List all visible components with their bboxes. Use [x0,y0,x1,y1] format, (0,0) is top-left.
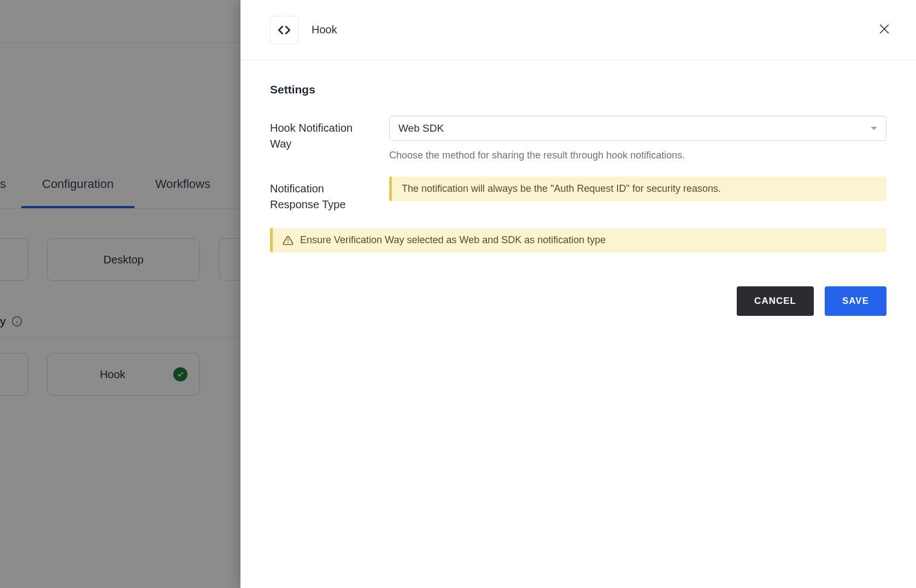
drawer-body: Settings Hook Notification Way Web SDK C… [240,60,916,588]
chevron-down-icon [871,127,877,130]
drawer-header: Hook [240,0,916,60]
alert-text: The notification will always be the "Aut… [402,183,721,195]
select-hook-notification-way[interactable]: Web SDK [389,116,886,141]
field-hook-notification-way: Hook Notification Way Web SDK Choose the… [270,116,886,161]
close-icon [878,23,890,37]
helper-hook-notification-way: Choose the method for sharing the result… [389,150,886,161]
code-icon [270,16,298,44]
drawer-title: Hook [312,23,874,36]
alert-verification-way: Ensure Verification Way selected as Web … [270,228,886,252]
label-hook-notification-way: Hook Notification Way [270,116,364,161]
select-value: Web SDK [398,122,444,134]
cancel-button[interactable]: CANCEL [737,286,814,316]
field-notification-response-type: Notification Response Type The notificat… [270,177,886,213]
button-row: CANCEL SAVE [270,286,886,316]
alert-auth-request-id: The notification will always be the "Aut… [389,177,886,201]
settings-heading: Settings [270,83,886,96]
close-button[interactable] [874,20,894,40]
label-notification-response-type: Notification Response Type [270,177,364,213]
warning-icon [283,235,293,246]
save-button[interactable]: SAVE [825,286,886,316]
hook-settings-drawer: Hook Settings Hook Notification Way Web … [240,0,916,588]
alert-full-text: Ensure Verification Way selected as Web … [300,234,606,246]
